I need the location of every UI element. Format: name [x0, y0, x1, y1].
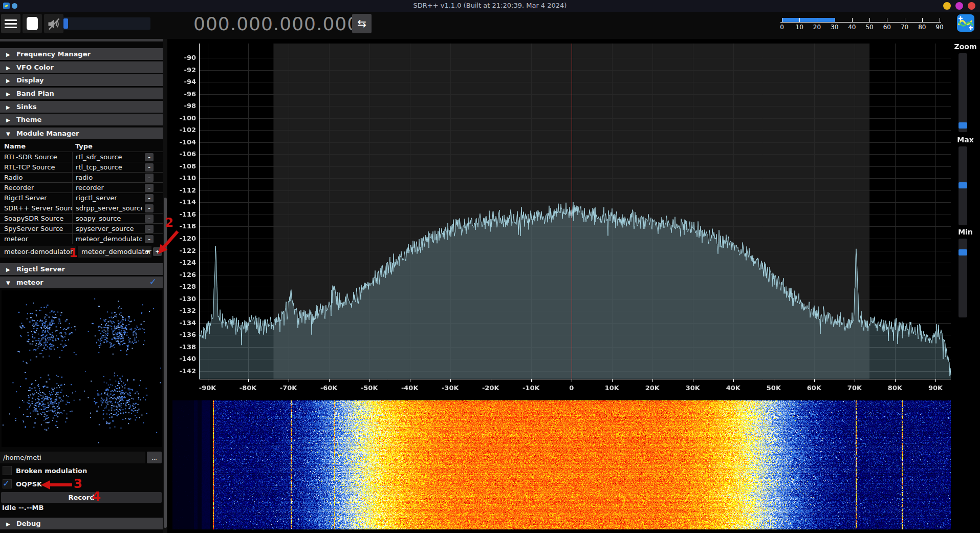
dropdown-value: meteor_demodulator — [81, 248, 151, 255]
menu-button[interactable] — [1, 14, 20, 33]
remove-module-button[interactable]: - — [145, 235, 154, 243]
section-label: meteor — [16, 279, 43, 286]
slider-label-min: Min — [951, 228, 980, 236]
new-module-type-dropdown[interactable]: meteor_demodulator ▼ — [78, 246, 151, 258]
sidebar: ▶Frequency Manager ▶VFO Color ▶Display ▶… — [0, 39, 163, 533]
meter-tick-label: 60 — [883, 24, 891, 31]
section-label: VFO Color — [16, 63, 54, 71]
section-label: Theme — [16, 116, 41, 123]
sidebar-section-module-manager[interactable]: ▼Module Manager — [0, 127, 163, 139]
meter-tick-label: 0 — [780, 24, 784, 31]
triangle-right-icon: ▶ — [6, 518, 13, 530]
meter-tick-label: 20 — [813, 24, 821, 31]
window-title: SDR++ v1.1.0 (Built at 21:20:39, Mar 4 2… — [0, 2, 980, 9]
sidebar-section-vfo-color[interactable]: ▶VFO Color — [0, 61, 163, 73]
add-module-button[interactable]: + — [153, 247, 162, 256]
table-row: SDR++ Server Source sdrpp_server_source … — [0, 203, 163, 214]
meter-tick-label: 50 — [865, 24, 873, 31]
module-enabled-check-icon[interactable]: ✓ — [149, 276, 157, 288]
meter-tick-label: 10 — [796, 24, 803, 31]
triangle-right-icon: ▶ — [6, 101, 13, 113]
triangle-right-icon: ▶ — [6, 114, 13, 126]
remove-module-button[interactable]: - — [145, 194, 154, 202]
browse-button[interactable]: ... — [147, 452, 162, 463]
remove-module-button[interactable]: - — [145, 225, 154, 233]
meter-tick — [782, 18, 782, 22]
slider-label-max: Max — [951, 136, 980, 144]
fft-plot[interactable] — [169, 39, 980, 400]
broken-modulation-checkbox[interactable] — [3, 466, 12, 475]
volume-slider-handle[interactable] — [63, 18, 68, 29]
table-row: RTL-TCP Source rtl_tcp_source - — [0, 162, 163, 173]
zoom-slider-handle[interactable] — [959, 122, 967, 129]
oqpsk-row: ✓ OQPSK — [0, 479, 163, 489]
triangle-right-icon: ▶ — [6, 75, 13, 87]
table-row: SoapySDR Source soapy_source - — [0, 213, 163, 224]
clipped-section-header[interactable] — [0, 39, 163, 41]
sidebar-scrollbar[interactable] — [163, 39, 167, 533]
meter-tick-label: 30 — [831, 24, 838, 31]
sidebar-section-sinks[interactable]: ▶Sinks — [0, 101, 163, 113]
swap-icon: ⇆ — [357, 17, 366, 29]
slider-label-zoom: Zoom — [951, 42, 980, 51]
stop-icon — [27, 17, 38, 30]
sidebar-section-rigctl-server[interactable]: ▶Rigctl Server — [0, 263, 163, 275]
check-icon: ✓ — [3, 478, 10, 488]
broken-modulation-row: Broken modulation — [0, 466, 163, 476]
column-header-type: Type — [72, 141, 142, 152]
section-label: Sinks — [16, 103, 36, 111]
sidebar-section-theme[interactable]: ▶Theme — [0, 114, 163, 125]
remove-module-button[interactable]: - — [145, 184, 154, 192]
titlebar: SDR++ v1.1.0 (Built at 21:20:39, Mar 4 2… — [0, 0, 980, 12]
sdrpp-app-window: SDR++ v1.1.0 (Built at 21:20:39, Mar 4 2… — [0, 0, 980, 533]
max-slider-handle[interactable] — [959, 182, 967, 188]
section-label: Rigctl Server — [16, 265, 65, 273]
min-slider-handle[interactable] — [959, 249, 967, 255]
window-maximize-button[interactable] — [955, 2, 963, 10]
menu-icon — [1, 19, 20, 28]
window-minimize-button[interactable] — [943, 2, 951, 10]
table-row: meteor meteor_demodulator - — [0, 233, 163, 244]
sidebar-section-display[interactable]: ▶Display — [0, 74, 163, 86]
sdrpp-logo-icon — [956, 14, 975, 32]
section-label: Band Plan — [16, 90, 54, 97]
stop-button[interactable] — [23, 14, 42, 33]
table-row: Radio radio - — [0, 172, 163, 183]
remove-module-button[interactable]: - — [145, 204, 154, 212]
remove-module-button[interactable]: - — [145, 174, 154, 182]
zoom-slider[interactable] — [959, 53, 967, 132]
triangle-right-icon: ▶ — [6, 62, 13, 74]
oqpsk-checkbox[interactable]: ✓ — [3, 479, 12, 488]
record-path-input[interactable]: /home/meti — [0, 452, 145, 463]
muted-speaker-icon — [47, 17, 61, 31]
sidebar-section-frequency-manager[interactable]: ▶Frequency Manager — [0, 48, 163, 60]
constellation-diagram — [2, 290, 162, 447]
remove-module-button[interactable]: - — [145, 215, 154, 223]
sidebar-section-meteor[interactable]: ▼meteor ✓ — [0, 276, 163, 288]
sidebar-section-debug[interactable]: ▶Debug — [0, 518, 163, 529]
section-label: Display — [16, 76, 44, 84]
window-close-button[interactable] — [968, 2, 975, 10]
min-slider[interactable] — [959, 239, 967, 317]
signal-meter-axis — [780, 22, 941, 23]
triangle-right-icon: ▶ — [6, 264, 13, 275]
table-header-row: Name Type — [0, 141, 163, 152]
remove-module-button[interactable]: - — [145, 163, 154, 172]
mute-button[interactable] — [44, 14, 63, 33]
meter-tick — [869, 18, 870, 22]
table-row: RTL-SDR Source rtl_sdr_source - — [0, 152, 163, 162]
table-row: SpyServer Source spyserver_source - — [0, 223, 163, 234]
volume-slider[interactable] — [62, 17, 150, 30]
sidebar-section-band-plan[interactable]: ▶Band Plan — [0, 88, 163, 99]
signal-meter: 0102030405060708090 — [780, 14, 949, 37]
scrollbar-thumb[interactable] — [164, 198, 167, 528]
record-button[interactable]: Record — [1, 492, 162, 503]
frequency-display[interactable]: 000.000.000.000 — [193, 13, 359, 34]
waterfall[interactable] — [172, 400, 951, 529]
swap-iq-button[interactable]: ⇆ — [352, 14, 372, 33]
meter-tick — [940, 18, 940, 22]
max-slider[interactable] — [959, 146, 967, 225]
triangle-down-icon: ▼ — [6, 128, 13, 140]
new-module-name-input[interactable]: meteor-demodulator — [0, 246, 76, 258]
remove-module-button[interactable]: - — [145, 153, 154, 161]
